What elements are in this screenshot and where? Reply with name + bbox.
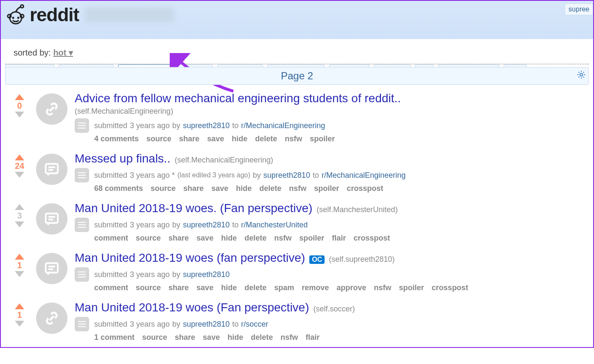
post-thumbnail[interactable] (36, 253, 67, 284)
post-domain: (self.supreeth2810) (329, 255, 395, 264)
post-time: 3 years ago * (130, 171, 175, 180)
action-save[interactable]: save (203, 333, 220, 342)
action-share[interactable]: share (168, 283, 189, 292)
sort-dropdown[interactable]: hot ▾ (53, 48, 73, 57)
action-save[interactable]: save (207, 134, 224, 143)
action-1 comment[interactable]: 1 comment (94, 333, 134, 342)
action-share[interactable]: share (175, 333, 195, 342)
action-spoiler[interactable]: spoiler (314, 184, 339, 193)
author-link[interactable]: supreeth2810 (183, 121, 230, 130)
action-spoiler[interactable]: spoiler (310, 134, 335, 143)
post-score: 3 (8, 211, 31, 221)
action-share[interactable]: share (183, 184, 204, 193)
action-nsfw[interactable]: nsfw (374, 283, 391, 292)
downvote-arrow-icon[interactable] (15, 112, 24, 118)
expando-button[interactable] (75, 317, 89, 331)
downvote-arrow-icon[interactable] (15, 221, 24, 227)
action-flair[interactable]: flair (332, 234, 346, 243)
user-corner[interactable]: supree (565, 3, 593, 15)
svg-point-1 (8, 14, 11, 18)
post-time: 3 years ago (130, 270, 170, 279)
subreddit-link[interactable]: r/soccer (241, 320, 268, 329)
post-title-link[interactable]: Messed up finals.. (75, 152, 171, 165)
action-share[interactable]: share (179, 134, 199, 143)
post-title-link[interactable]: Man United 2018-19 woes (Fan perspective… (75, 301, 309, 314)
action-save[interactable]: save (211, 184, 228, 193)
upvote-arrow-icon[interactable] (15, 254, 24, 260)
action-delete[interactable]: delete (244, 234, 266, 243)
action-source[interactable]: source (151, 184, 176, 193)
expando-button[interactable] (75, 267, 89, 282)
action-nsfw[interactable]: nsfw (274, 234, 291, 243)
action-source[interactable]: source (142, 333, 167, 342)
action-delete[interactable]: delete (244, 283, 266, 292)
downvote-arrow-icon[interactable] (15, 321, 24, 327)
vote-widget: 1 (8, 251, 31, 278)
action-save[interactable]: save (196, 283, 213, 292)
expando-button[interactable] (75, 118, 89, 133)
upvote-arrow-icon[interactable] (15, 94, 24, 100)
gear-icon[interactable] (577, 70, 586, 82)
reddit-alien-icon (6, 4, 27, 25)
action-source[interactable]: source (136, 234, 161, 243)
action-source[interactable]: source (146, 134, 171, 143)
author-link[interactable]: supreeth2810 (183, 270, 230, 279)
upvote-arrow-icon[interactable] (15, 303, 24, 309)
upvote-arrow-icon[interactable] (15, 204, 24, 210)
author-link[interactable]: supreeth2810 (263, 171, 310, 180)
post-thumbnail[interactable] (36, 203, 67, 235)
action-4 comments[interactable]: 4 comments (94, 134, 139, 143)
post-domain: (self.ManchesterUnited) (317, 205, 398, 214)
post-actions: 68 commentssourcesharesavehidedeletensfw… (75, 184, 586, 193)
post-thumbnail[interactable] (36, 302, 67, 334)
subreddit-link[interactable]: r/MechanicalEngineering (322, 171, 406, 180)
downvote-arrow-icon[interactable] (15, 271, 24, 277)
action-delete[interactable]: delete (255, 134, 277, 143)
action-hide[interactable]: hide (236, 184, 252, 193)
post-title-link[interactable]: Advice from fellow mechanical engineerin… (75, 92, 401, 105)
action-spoiler[interactable]: spoiler (399, 283, 424, 292)
content-area: sorted by: hot ▾ Page 2 0 Advice from fe… (1, 42, 593, 347)
action-crosspost[interactable]: crosspost (347, 184, 383, 193)
post-score: 0 (8, 101, 31, 111)
action-hide[interactable]: hide (227, 333, 243, 342)
action-comment[interactable]: comment (94, 283, 128, 292)
post-title-link[interactable]: Man United 2018-19 woes. (Fan perspectiv… (75, 202, 312, 215)
author-link[interactable]: supreeth2810 (183, 221, 230, 230)
action-68 comments[interactable]: 68 comments (94, 184, 143, 193)
action-hide[interactable]: hide (221, 234, 237, 243)
action-spoiler[interactable]: spoiler (299, 234, 324, 243)
action-nsfw[interactable]: nsfw (280, 333, 298, 342)
author-link[interactable]: supreeth2810 (183, 320, 230, 329)
svg-rect-13 (46, 263, 58, 272)
action-crosspost[interactable]: crosspost (431, 283, 468, 292)
post-time: 3 years ago (130, 320, 170, 329)
action-comment[interactable]: comment (94, 234, 128, 243)
action-hide[interactable]: hide (221, 283, 237, 292)
expando-button[interactable] (75, 218, 89, 232)
post-row: 1 Man United 2018-19 woes (fan perspecti… (1, 248, 593, 297)
subreddit-link[interactable]: r/ManchesterUnited (241, 221, 308, 230)
action-nsfw[interactable]: nsfw (289, 184, 306, 193)
action-save[interactable]: save (196, 234, 213, 243)
post-thumbnail[interactable] (36, 154, 67, 185)
downvote-arrow-icon[interactable] (15, 172, 24, 178)
action-spam[interactable]: spam (274, 283, 294, 292)
expando-button[interactable] (75, 168, 89, 182)
action-flair[interactable]: flair (305, 333, 319, 342)
action-crosspost[interactable]: crosspost (353, 234, 390, 243)
action-remove[interactable]: remove (302, 283, 329, 292)
action-approve[interactable]: approve (336, 283, 366, 292)
action-source[interactable]: source (136, 283, 161, 292)
action-hide[interactable]: hide (232, 134, 247, 143)
upvote-arrow-icon[interactable] (15, 154, 24, 160)
action-share[interactable]: share (168, 234, 189, 243)
action-delete[interactable]: delete (251, 333, 273, 342)
action-delete[interactable]: delete (259, 184, 281, 193)
post-title-link[interactable]: Man United 2018-19 woes (fan perspective… (75, 251, 305, 265)
svg-point-2 (20, 14, 24, 18)
site-logo-text[interactable]: reddit (30, 4, 79, 25)
action-nsfw[interactable]: nsfw (285, 134, 302, 143)
post-thumbnail[interactable] (36, 93, 67, 125)
subreddit-link[interactable]: r/MechanicalEngineering (241, 121, 325, 130)
